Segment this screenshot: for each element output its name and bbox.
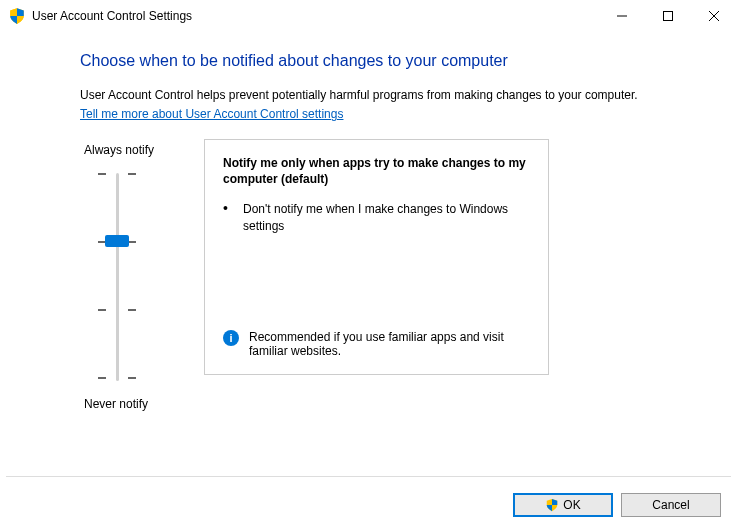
info-icon: i	[223, 330, 239, 346]
recommendation-row: i Recommended if you use familiar apps a…	[223, 330, 530, 358]
recommendation-text: Recommended if you use familiar apps and…	[249, 330, 530, 358]
minimize-button[interactable]	[599, 0, 645, 32]
slider-thumb[interactable]	[105, 235, 129, 247]
slider-tick	[98, 173, 136, 174]
bullet-icon: •	[223, 201, 243, 235]
slider-tick	[98, 377, 136, 378]
help-text: User Account Control helps prevent poten…	[80, 88, 697, 102]
learn-more-link[interactable]: Tell me more about User Account Control …	[80, 107, 343, 121]
slider-tick	[98, 309, 136, 310]
close-button[interactable]	[691, 0, 737, 32]
uac-slider[interactable]	[108, 169, 200, 385]
content-area: Choose when to be notified about changes…	[0, 32, 737, 411]
shield-icon	[545, 498, 559, 512]
slider-label-top: Always notify	[80, 143, 200, 157]
footer-buttons: OK Cancel	[513, 493, 721, 517]
svg-rect-1	[664, 12, 673, 21]
description-panel: Notify me only when apps try to make cha…	[204, 139, 549, 375]
footer-separator	[6, 476, 731, 477]
panel-bullet: • Don't notify me when I make changes to…	[223, 201, 530, 235]
maximize-button[interactable]	[645, 0, 691, 32]
slider-column: Always notify Never notify	[80, 143, 200, 411]
slider-track-line	[116, 173, 119, 381]
cancel-button[interactable]: Cancel	[621, 493, 721, 517]
ok-label: OK	[563, 498, 580, 512]
page-headline: Choose when to be notified about changes…	[80, 52, 697, 70]
slider-label-bottom: Never notify	[80, 397, 200, 411]
titlebar: User Account Control Settings	[0, 0, 737, 32]
bullet-text: Don't notify me when I make changes to W…	[243, 201, 530, 235]
panel-title: Notify me only when apps try to make cha…	[223, 156, 530, 187]
shield-icon	[8, 7, 26, 25]
ok-button[interactable]: OK	[513, 493, 613, 517]
cancel-label: Cancel	[652, 498, 689, 512]
window-controls	[599, 0, 737, 32]
window-title: User Account Control Settings	[32, 9, 599, 23]
